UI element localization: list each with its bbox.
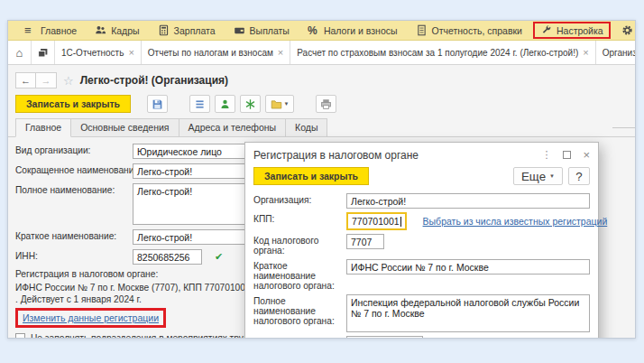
menu-item-zarplata[interactable]: Зарплата: [151, 23, 223, 38]
chevron-down-icon: ▼: [549, 173, 555, 179]
menu-item-otchetnost[interactable]: Отчетность, справки: [409, 23, 529, 38]
menu-item-label: Отчетность, справки: [432, 25, 522, 36]
form-tab-osnovnye-svedeniya[interactable]: Основные сведения: [71, 118, 179, 137]
details-button[interactable]: [189, 95, 210, 113]
forward-icon: →: [41, 75, 51, 86]
form-tab-kody[interactable]: Коды: [286, 118, 327, 137]
calculator-icon: [158, 24, 170, 36]
field-dialog-kpp: КПП: 770701001 Выбрать из числа известны…: [253, 212, 590, 230]
tab-raschet-vznosy[interactable]: Расчет по страховым взносам за 1 полугод…: [290, 41, 595, 64]
dialog-save-close-button[interactable]: Записать и закрыть: [253, 167, 369, 185]
change-registration-link[interactable]: Изменить данные регистрации: [23, 312, 159, 323]
menu-item-label: Выплаты: [250, 25, 290, 36]
tax-short-name-input[interactable]: ИФНС России № 7 по г. Москве: [346, 259, 590, 275]
registration-dialog: Регистрация в налоговом органе ⋮ × Запис…: [244, 142, 599, 339]
org-type-label: Вид организации:: [15, 144, 133, 155]
kpp-input[interactable]: 770701001: [346, 212, 407, 230]
help-button[interactable]: ?: [568, 167, 590, 185]
tax-full-name-label: Полное наименование налогового органа:: [253, 294, 346, 326]
short-name-label: Сокращенное наименование:: [15, 163, 133, 175]
menu-item-label: Настройка: [557, 25, 603, 36]
subdivisions-button[interactable]: [240, 95, 261, 113]
more-button-label: Еще: [521, 170, 546, 183]
pages-icon: [37, 47, 49, 59]
open-windows-tabbar: ⌂ 1С-Отчетность × Отчеты по налогам и вз…: [8, 41, 635, 65]
dialog-toolbar: Записать и закрыть Еще ▼ ?: [245, 165, 598, 191]
menu-item-nalogi[interactable]: % Налоги и взносы: [300, 23, 405, 38]
back-button[interactable]: ←: [15, 72, 36, 88]
menu-item-administrirovanie[interactable]: Администрирование: [614, 23, 636, 38]
tab-label: 1С-Отчетность: [61, 48, 124, 58]
tab-label: Расчет по страховым взносам за 1 полугод…: [297, 48, 578, 58]
people-icon: [95, 24, 106, 36]
tax-short-name-label: Краткое наименование налогового органа:: [253, 259, 346, 291]
form-tab-adresa-telefony[interactable]: Адреса и телефоны: [179, 118, 287, 137]
org-input[interactable]: Легко-строй!: [346, 193, 590, 209]
form-toolbar: Записать и закрыть ▼: [8, 89, 635, 117]
wrench-icon: [540, 24, 552, 36]
text-caret: [400, 217, 401, 227]
select-known-registrations-link[interactable]: Выбрать из числа известных регистраций: [423, 216, 608, 227]
form-tab-glavnoe[interactable]: Главное: [15, 118, 71, 137]
org-label: Организация:: [253, 193, 346, 205]
oktmo-label: ОКТМО налогового органа:: [253, 336, 346, 339]
person-icon: [219, 98, 231, 110]
menu-item-label: Зарплата: [174, 25, 216, 36]
menu-item-label: Главное: [41, 25, 77, 36]
save-button[interactable]: [147, 95, 168, 113]
tab-close-icon[interactable]: ×: [583, 47, 588, 58]
more-button[interactable]: Еще ▼: [513, 167, 563, 185]
tab-organizatsii[interactable]: Организации ×: [596, 41, 636, 64]
brief-name-label: Краткое наименование:: [15, 229, 133, 241]
form-page-tabs: Главное Основные сведения Адреса и телеф…: [15, 118, 635, 137]
highlight-box-change-registration: Изменить данные регистрации: [15, 308, 166, 328]
document-icon: [416, 24, 428, 36]
field-dialog-tax-code: Код налогового органа: 7707: [253, 234, 590, 256]
tab-otchety-po-nalogam[interactable]: Отчеты по налогам и взносам ×: [142, 41, 290, 64]
home-button[interactable]: ⌂: [8, 41, 32, 64]
app-window: ≡ Главное Кадры Зарплата Выплаты % Налог…: [7, 20, 636, 339]
print-button[interactable]: [316, 95, 336, 113]
all-windows-button[interactable]: [32, 41, 55, 64]
attached-files-button[interactable]: ▼: [265, 95, 294, 113]
field-dialog-org: Организация: Легко-строй!: [253, 193, 590, 209]
save-close-button[interactable]: Записать и закрыть: [15, 95, 131, 113]
tab-close-icon[interactable]: ×: [278, 47, 283, 58]
full-name-label: Полное наименование:: [15, 183, 133, 195]
gear-icon: [621, 24, 633, 36]
field-dialog-oktmo: ОКТМО налогового органа: 45382000: [253, 336, 590, 339]
maximize-icon[interactable]: [563, 151, 571, 159]
inn-label: ИНН:: [15, 249, 133, 261]
kebab-menu-icon[interactable]: ⋮: [541, 149, 551, 161]
menu-item-nastroyka[interactable]: Настройка: [533, 22, 611, 39]
favorite-star-icon[interactable]: ☆: [63, 74, 74, 88]
snowflake-icon: [244, 98, 256, 110]
chevron-down-icon: ▼: [284, 101, 290, 107]
tab-label: Организации: [603, 48, 636, 58]
forward-button[interactable]: →: [36, 72, 57, 88]
menu-hamburger[interactable]: ≡ Главное: [17, 23, 84, 38]
close-icon[interactable]: ×: [583, 148, 590, 162]
menu-item-label: Кадры: [111, 25, 139, 36]
dialog-title: Регистрация в налоговом органе: [253, 149, 541, 162]
folder-icon: [271, 98, 282, 110]
inn-input[interactable]: 8250685256: [133, 249, 202, 265]
field-dialog-short-name: Краткое наименование налогового органа: …: [253, 259, 590, 291]
dialog-header: Регистрация в налоговом органе ⋮ ×: [245, 143, 598, 165]
tax-full-name-textarea[interactable]: Инспекция федеральной налоговой службы Р…: [346, 294, 590, 332]
menu-item-kadry[interactable]: Кадры: [87, 23, 146, 38]
tab-close-icon[interactable]: ×: [128, 47, 133, 58]
page-title: Легко-строй! (Организация): [80, 74, 228, 87]
check-icon: ✔: [215, 249, 223, 263]
floppy-icon: [152, 98, 163, 110]
oktmo-input[interactable]: 45382000: [346, 336, 423, 339]
checkbox[interactable]: [15, 333, 25, 339]
tax-code-input[interactable]: 7707: [346, 234, 384, 249]
responsible-persons-button[interactable]: [215, 95, 235, 113]
home-icon: ⌂: [16, 46, 23, 60]
kpp-label: КПП:: [253, 212, 346, 224]
dialog-fields: Организация: Легко-строй! КПП: 770701001…: [245, 191, 598, 339]
kpp-value: 770701001: [352, 216, 400, 227]
menu-item-vyplaty[interactable]: Выплаты: [226, 23, 297, 38]
tab-1c-otchetnost[interactable]: 1С-Отчетность ×: [55, 41, 142, 64]
